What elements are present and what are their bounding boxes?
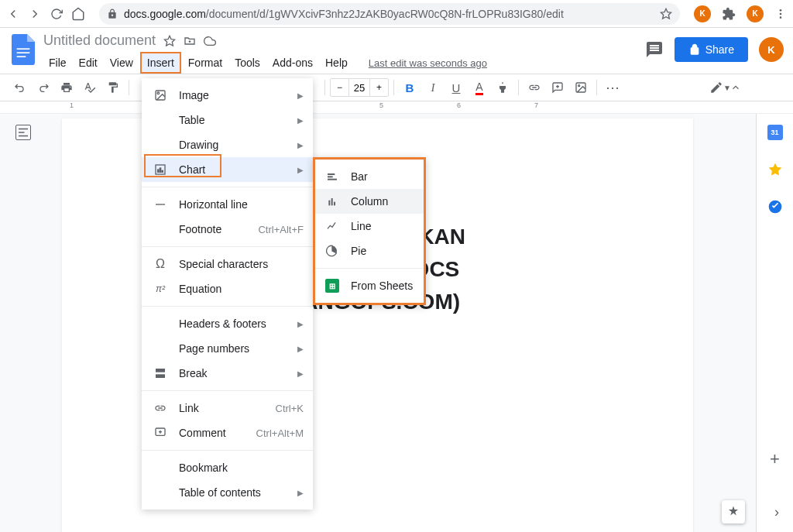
svg-rect-4 [17, 48, 30, 50]
link-icon [153, 400, 168, 416]
redo-button[interactable] [33, 77, 54, 98]
insert-menu-headers-footers[interactable]: Headers & footers▶ [142, 311, 313, 336]
svg-rect-24 [156, 374, 165, 378]
menu-file[interactable]: File [43, 53, 72, 72]
drawing-icon [153, 137, 168, 153]
text-color-button[interactable]: A [469, 77, 490, 98]
svg-rect-33 [334, 202, 335, 206]
nav-back-icon[interactable] [6, 7, 20, 21]
docs-header: Untitled document File Edit View Insert … [0, 28, 793, 74]
chart-icon [153, 162, 168, 177]
insert-menu-equation[interactable]: π²Equation [142, 276, 313, 301]
last-edit-link[interactable]: Last edit was seconds ago [369, 57, 487, 69]
home-icon[interactable] [71, 7, 85, 21]
keep-icon[interactable] [767, 162, 783, 177]
insert-menu-break[interactable]: Break▶ [142, 361, 313, 386]
font-size-control[interactable]: − + [330, 78, 389, 97]
spellcheck-button[interactable] [79, 77, 101, 98]
chart-submenu-bar[interactable]: Bar [315, 164, 424, 189]
move-folder-icon[interactable] [184, 35, 196, 47]
insert-menu-footnote[interactable]: FootnoteCtrl+Alt+F [142, 217, 313, 242]
cloud-status-icon[interactable] [204, 35, 216, 47]
chart-submenu-pie[interactable]: Pie [315, 239, 424, 263]
star-outline-icon[interactable] [163, 35, 176, 47]
paint-format-button[interactable] [102, 77, 124, 98]
insert-menu-image[interactable]: Image▶ [142, 83, 313, 108]
menu-tools[interactable]: Tools [229, 53, 266, 72]
chart-submenu-column[interactable]: Column [315, 189, 424, 214]
menu-format[interactable]: Format [183, 53, 228, 72]
insert-menu-horizontal-line[interactable]: Horizontal line [142, 192, 313, 217]
reload-icon[interactable] [50, 7, 64, 21]
font-size-decrease[interactable]: − [331, 82, 348, 93]
svg-point-11 [578, 85, 580, 87]
add-panel-icon[interactable]: + [767, 449, 783, 465]
side-panel: 31 + [756, 114, 793, 532]
more-button[interactable]: ⋯ [602, 77, 623, 98]
share-button[interactable]: Share [675, 37, 748, 62]
svg-point-1 [780, 9, 782, 12]
insert-menu-bookmark[interactable]: Bookmark [142, 455, 313, 480]
italic-button[interactable]: I [422, 77, 444, 98]
docs-logo-icon[interactable] [9, 33, 37, 67]
comment-history-icon[interactable] [645, 40, 664, 59]
chrome-menu-icon[interactable] [774, 8, 787, 20]
print-button[interactable] [56, 77, 77, 98]
menu-edit[interactable]: Edit [74, 53, 103, 72]
font-size-input[interactable] [348, 79, 370, 96]
insert-menu-comment[interactable]: CommentCtrl+Alt+M [142, 420, 313, 445]
profile-avatar-small[interactable]: K [694, 5, 711, 22]
address-bar[interactable]: docs.google.com/document/d/1gWVXcivF3nhz… [99, 3, 680, 25]
explore-button[interactable] [722, 500, 745, 523]
undo-button[interactable] [9, 77, 31, 98]
chart-submenu-from-sheets[interactable]: ⊞From Sheets [315, 273, 424, 298]
svg-marker-0 [661, 9, 671, 19]
insert-menu-dropdown: Image▶Table▶Drawing▶Chart▶Horizontal lin… [142, 78, 313, 510]
bold-button[interactable]: B [399, 77, 421, 98]
sheets-icon: ⊞ [324, 278, 340, 293]
equation-icon: π² [153, 281, 168, 297]
browser-chrome: docs.google.com/document/d/1gWVXcivF3nhz… [0, 0, 793, 28]
svg-marker-7 [164, 36, 174, 46]
doc-title[interactable]: Untitled document [43, 33, 156, 49]
underline-button[interactable]: U [445, 77, 467, 98]
highlight-button[interactable] [492, 77, 513, 98]
break-icon [153, 366, 168, 381]
comment-icon [153, 425, 168, 441]
insert-menu-special-characters[interactable]: ΩSpecial characters [142, 252, 313, 276]
profile-avatar[interactable]: K [747, 5, 764, 22]
svg-rect-30 [328, 179, 337, 180]
font-size-increase[interactable]: + [370, 82, 388, 93]
chart-submenu-line[interactable]: Line [315, 214, 424, 239]
ruler[interactable]: 1 2 3 4 5 6 7 [0, 101, 793, 114]
insert-menu-link[interactable]: LinkCtrl+K [142, 396, 313, 420]
menubar: File Edit View Insert Format Tools Add-o… [43, 52, 645, 74]
insert-menu-drawing[interactable]: Drawing▶ [142, 132, 313, 157]
pagenum-icon [153, 341, 168, 356]
menu-insert[interactable]: Insert [140, 52, 181, 74]
extensions-icon[interactable] [722, 7, 736, 21]
menu-help[interactable]: Help [320, 53, 353, 72]
account-avatar[interactable]: K [759, 37, 784, 62]
insert-menu-chart[interactable]: Chart▶ [142, 157, 313, 182]
insert-image-button[interactable] [570, 77, 592, 98]
calendar-icon[interactable]: 31 [767, 125, 783, 140]
insert-link-button[interactable] [524, 77, 545, 98]
insert-menu-page-numbers[interactable]: Page numbers▶ [142, 336, 313, 361]
tasks-icon[interactable] [767, 199, 783, 215]
insert-menu-table[interactable]: Table▶ [142, 108, 313, 132]
insert-menu-table-of-contents[interactable]: Table of contents▶ [142, 480, 313, 505]
svg-rect-23 [156, 369, 165, 372]
nav-forward-icon[interactable] [28, 7, 42, 21]
hide-menus-button[interactable] [725, 77, 747, 98]
bookmark-icon [153, 460, 168, 475]
menu-view[interactable]: View [105, 53, 139, 72]
svg-point-3 [780, 16, 782, 19]
svg-rect-6 [17, 56, 26, 57]
show-side-panel-icon[interactable]: › [774, 504, 779, 520]
svg-point-2 [780, 12, 782, 15]
menu-addons[interactable]: Add-ons [267, 53, 318, 72]
star-icon[interactable] [660, 8, 672, 20]
insert-comment-button[interactable] [547, 77, 568, 98]
document-outline-icon[interactable] [15, 125, 31, 140]
